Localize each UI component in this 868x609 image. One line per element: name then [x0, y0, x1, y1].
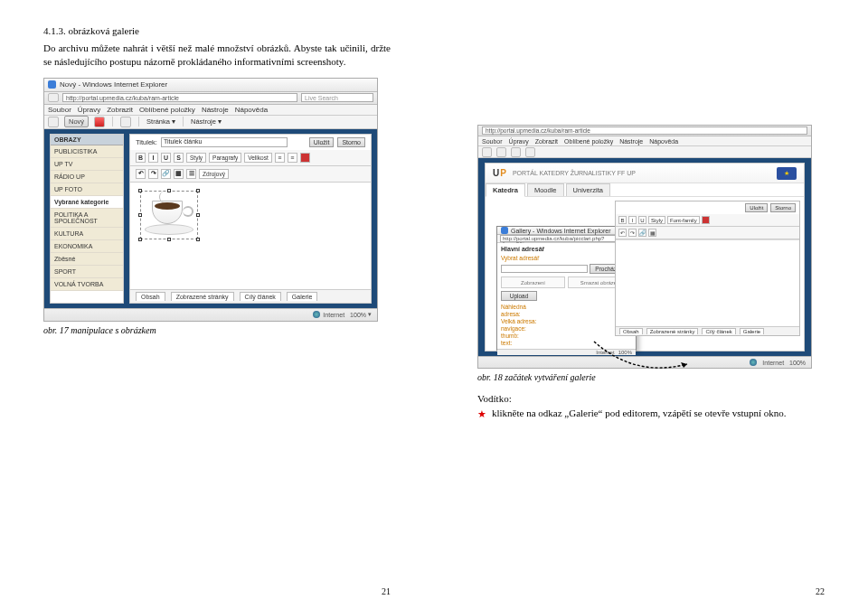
preview-box[interactable]: Zobrazení [501, 276, 565, 288]
tab-gallery[interactable]: Galerie [287, 292, 318, 301]
tab-article[interactable]: Cílý článek [702, 328, 735, 334]
link-item[interactable]: thumb: [501, 333, 632, 339]
undo-icon[interactable]: ↶ [618, 229, 627, 237]
resize-handle-icon[interactable] [167, 238, 171, 241]
menu-item[interactable]: Zobrazit [535, 138, 558, 145]
menu-item[interactable]: Nástroje [619, 138, 643, 145]
forward-icon[interactable] [496, 147, 506, 157]
sidebar-item[interactable]: POLITIKA A SPOLEČNOST [51, 209, 123, 228]
menu-item[interactable]: Nástroje [202, 106, 229, 114]
url-field[interactable]: http://portal.upmedia.cz/kuba/ram-articl… [482, 126, 807, 135]
refresh-icon[interactable] [511, 147, 521, 157]
redo-icon[interactable]: ↷ [628, 229, 637, 237]
file-input[interactable] [501, 265, 588, 273]
tab-pages[interactable]: Zobrazené stránky [171, 292, 234, 301]
zoom-level[interactable]: 100% ▾ [350, 311, 372, 318]
menu-item[interactable]: Oblíbené položky [564, 138, 613, 145]
image-icon[interactable]: ▦ [174, 169, 184, 179]
link-item[interactable]: Náhledná [501, 304, 632, 310]
menu-item[interactable]: Úpravy [78, 106, 100, 114]
cancel-button[interactable]: Storno [770, 203, 796, 212]
link-item[interactable]: text: [501, 340, 632, 346]
source-select[interactable]: Zdrojový [199, 169, 229, 179]
image-icon[interactable]: ▦ [648, 229, 656, 237]
para-select[interactable]: Paragrafy [209, 153, 241, 163]
link-icon[interactable]: 🔗 [161, 169, 171, 179]
align-left-icon[interactable]: ≡ [275, 153, 285, 163]
inner-canvas[interactable] [616, 239, 799, 326]
sidebar-item[interactable]: VOLNÁ TVORBA [51, 278, 123, 291]
save-button[interactable]: Uložit [309, 137, 335, 147]
back-icon[interactable] [482, 147, 492, 157]
resize-frame[interactable] [140, 191, 198, 239]
menu-item[interactable]: Nápověda [235, 106, 268, 114]
upload-button[interactable]: Upload [501, 291, 537, 301]
menu-item[interactable]: Nápověda [649, 138, 678, 145]
tab-pages[interactable]: Zobrazené stránky [646, 328, 699, 334]
sidebar-item[interactable]: UP FOTO [51, 183, 123, 196]
tab-button[interactable]: Nový [64, 116, 89, 127]
list-icon[interactable]: ☰ [186, 169, 196, 179]
resize-handle-icon[interactable] [196, 238, 200, 241]
align-center-icon[interactable]: ≡ [288, 153, 297, 163]
link-item[interactable]: adresa: [501, 311, 632, 317]
menu-item[interactable]: Úpravy [509, 138, 529, 145]
zoom-level[interactable]: 100% [789, 360, 806, 366]
title-input[interactable]: Titulek článku [161, 137, 288, 147]
sidebar-item[interactable]: RÁDIO UP [51, 171, 123, 183]
popup-url[interactable]: http://portal.upmedia.cz/kuba/picclari.p… [500, 235, 633, 242]
italic-icon[interactable]: I [628, 216, 637, 224]
home-icon[interactable] [48, 117, 59, 127]
save-button[interactable]: Uložit [745, 203, 768, 212]
sidebar-item[interactable]: PUBLICISTIKA [51, 145, 123, 158]
resize-handle-icon[interactable] [167, 189, 171, 192]
menu-item[interactable]: Zobrazit [107, 106, 133, 114]
sidebar-item[interactable]: Zběsné [51, 253, 123, 266]
sidebar-item[interactable]: EKONOMIKA [51, 240, 123, 253]
resize-handle-icon[interactable] [138, 238, 142, 241]
size-select[interactable]: Velikost [244, 153, 271, 163]
sidebar-item[interactable]: UP TV [51, 158, 123, 171]
font-select[interactable]: Font-family [667, 216, 700, 224]
nav-tab[interactable]: Univerzita [566, 183, 610, 196]
strike-icon[interactable]: S [174, 153, 184, 163]
sidebar-item[interactable]: SPORT [51, 266, 123, 278]
color-icon[interactable] [702, 216, 710, 224]
menu-item[interactable]: Soubor [482, 138, 503, 145]
undo-icon[interactable]: ↶ [136, 169, 146, 179]
url-field[interactable]: http://portal.upmedia.cz/kuba/ram-articl… [62, 93, 297, 102]
tab-content[interactable]: Obsah [619, 328, 643, 334]
nav-tab[interactable]: Moodle [527, 183, 564, 196]
tab-article[interactable]: Cílý článek [240, 292, 281, 301]
selected-image[interactable] [143, 193, 195, 237]
resize-handle-icon[interactable] [196, 189, 200, 192]
link-icon[interactable]: 🔗 [638, 229, 646, 237]
italic-icon[interactable]: I [148, 153, 158, 163]
back-icon[interactable] [48, 93, 59, 102]
resize-handle-icon[interactable] [138, 189, 142, 192]
style-select[interactable]: Styly [186, 153, 206, 163]
resize-handle-icon[interactable] [196, 213, 200, 217]
home-icon[interactable] [525, 147, 535, 157]
menu-item[interactable]: Soubor [48, 106, 71, 114]
refresh-icon[interactable] [120, 117, 131, 127]
link-item[interactable]: navigace: [501, 325, 632, 332]
cancel-button[interactable]: Storno [337, 137, 365, 147]
bold-icon[interactable]: B [136, 153, 146, 163]
style-select[interactable]: Styly [648, 216, 665, 224]
underline-icon[interactable]: U [638, 216, 646, 224]
tab-gallery[interactable]: Galerie [740, 328, 764, 334]
tab-content[interactable]: Obsah [136, 292, 165, 301]
redo-icon[interactable]: ↷ [148, 169, 158, 179]
resize-handle-icon[interactable] [138, 213, 142, 217]
link-item[interactable]: Velká adresa: [501, 318, 632, 324]
color-icon[interactable] [300, 153, 310, 163]
sidebar-item[interactable]: KULTURA [51, 228, 123, 240]
bold-icon[interactable]: B [618, 216, 627, 224]
editor-canvas[interactable] [130, 183, 371, 289]
stop-icon[interactable] [94, 117, 105, 127]
menu-item[interactable]: Oblíbené položky [139, 106, 195, 114]
select-dir-link[interactable]: Vybrat adresář [501, 255, 632, 261]
underline-icon[interactable]: U [161, 153, 171, 163]
nav-tab[interactable]: Katedra [486, 183, 525, 197]
